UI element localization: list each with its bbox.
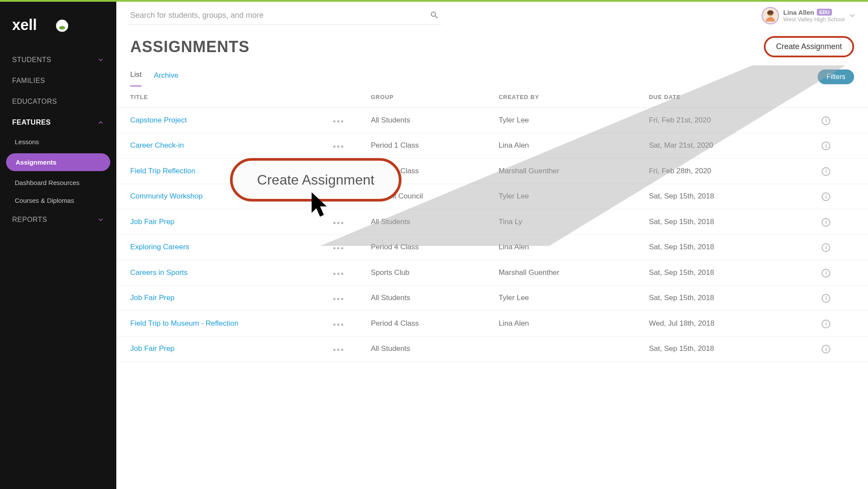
- cell-group: All Students: [357, 209, 485, 235]
- filters-button[interactable]: Filters: [818, 69, 854, 84]
- user-name: Lina Allen: [783, 9, 814, 16]
- sidebar-sub-lessons[interactable]: Lessons: [0, 133, 116, 151]
- table-row: Careers in SportsSports ClubMarshall Gue…: [116, 260, 868, 286]
- row-menu-icon[interactable]: [333, 120, 343, 122]
- cell-info: i: [808, 209, 868, 235]
- sidebar-item-students[interactable]: STUDENTS: [0, 50, 116, 70]
- cell-created-by: Tina Ly: [485, 209, 635, 235]
- table-row: Field Trip ReflectionPeriod 4 ClassMarsh…: [116, 159, 868, 184]
- info-icon[interactable]: i: [822, 116, 830, 125]
- assignment-link[interactable]: Field Trip to Museum - Reflection: [130, 319, 238, 327]
- cell-group: Period 4 Class: [357, 311, 485, 337]
- assignment-link[interactable]: Capstone Project: [130, 116, 187, 124]
- th-info: [808, 87, 868, 108]
- assignment-link[interactable]: Field Trip Reflection: [130, 167, 195, 175]
- topbar: Lina Allen EDU West Valley High School: [116, 2, 868, 25]
- cell-created-by: Tyler Lee: [485, 108, 635, 133]
- assignment-link[interactable]: Job Fair Prep: [130, 294, 174, 302]
- xello-logo-icon: xell: [12, 16, 73, 35]
- row-menu-icon[interactable]: [333, 247, 343, 249]
- row-menu-icon[interactable]: [333, 222, 343, 224]
- cell-title: Capstone Project: [116, 108, 319, 133]
- sidebar-item-label: REPORTS: [12, 216, 47, 224]
- info-icon[interactable]: i: [822, 192, 830, 201]
- row-menu-icon[interactable]: [333, 324, 343, 326]
- user-menu[interactable]: Lina Allen EDU West Valley High School: [762, 7, 856, 24]
- cell-info: i: [808, 336, 868, 362]
- sidebar-sub-assignments[interactable]: Assignments: [6, 153, 110, 171]
- sidebar-sub-courses-diplomas[interactable]: Courses & Diplomas: [0, 192, 116, 209]
- info-icon[interactable]: i: [822, 345, 830, 354]
- cell-group: Period 4 Class: [357, 235, 485, 260]
- cell-due-date: Fri, Feb 28th, 2020: [635, 159, 808, 184]
- cell-menu: [319, 285, 357, 311]
- sidebar-sub-dashboard-resources[interactable]: Dashboard Resources: [0, 174, 116, 192]
- assignments-table: TITLE GROUP CREATED BY DUE DATE Capstone…: [116, 87, 868, 362]
- avatar-icon: [763, 8, 778, 23]
- cell-info: i: [808, 108, 868, 133]
- cell-due-date: Sat, Mar 21st, 2020: [635, 133, 808, 159]
- cell-title: Job Fair Prep: [116, 209, 319, 235]
- sidebar-item-reports[interactable]: REPORTS: [0, 209, 116, 230]
- table-row: Exploring CareersPeriod 4 ClassLina Alen…: [116, 235, 868, 260]
- assignment-link[interactable]: Community Workshop: [130, 192, 203, 200]
- th-group: GROUP: [357, 87, 485, 108]
- chevron-up-icon: [97, 119, 104, 126]
- cell-due-date: Fri, Feb 21st, 2020: [635, 108, 808, 133]
- th-title: TITLE: [116, 87, 319, 108]
- info-icon[interactable]: i: [822, 142, 830, 150]
- cell-due-date: Sat, Sep 15th, 2018: [635, 209, 808, 235]
- table-row: Field Trip to Museum - ReflectionPeriod …: [116, 311, 868, 337]
- row-menu-icon[interactable]: [333, 145, 343, 148]
- sidebar-item-label: EDUCATORS: [12, 98, 57, 106]
- user-school: West Valley High School: [783, 16, 845, 23]
- sidebar-item-label: FAMILIES: [12, 77, 45, 85]
- info-icon[interactable]: i: [822, 218, 830, 227]
- assignment-link[interactable]: Exploring Careers: [130, 243, 189, 251]
- cell-due-date: Sat, Sep 15th, 2018: [635, 235, 808, 260]
- cell-info: i: [808, 235, 868, 260]
- search-field[interactable]: [128, 6, 441, 25]
- search-icon[interactable]: [430, 10, 439, 20]
- tabs-row: List Archive Filters: [116, 62, 868, 87]
- tab-archive[interactable]: Archive: [154, 68, 178, 86]
- row-menu-icon[interactable]: [333, 298, 343, 300]
- cell-menu: [319, 336, 357, 362]
- cell-group: Sports Club: [357, 260, 485, 286]
- tab-list[interactable]: List: [130, 67, 141, 87]
- cell-menu: [319, 260, 357, 286]
- info-icon[interactable]: i: [822, 320, 830, 328]
- svg-marker-5: [312, 192, 327, 217]
- cell-title: Career Check-in: [116, 133, 319, 159]
- cell-due-date: Wed, Jul 18th, 2018: [635, 311, 808, 337]
- cell-created-by: Tyler Lee: [485, 285, 635, 311]
- row-menu-icon[interactable]: [333, 349, 343, 351]
- sidebar-item-label: STUDENTS: [12, 56, 51, 64]
- row-menu-icon[interactable]: [333, 273, 343, 275]
- info-icon[interactable]: i: [822, 167, 830, 176]
- assignment-link[interactable]: Job Fair Prep: [130, 344, 174, 353]
- search-input[interactable]: [130, 11, 430, 20]
- cell-due-date: Sat, Sep 15th, 2018: [635, 336, 808, 362]
- cell-created-by: Marshall Guenther: [485, 260, 635, 286]
- create-assignment-button[interactable]: Create Assignment: [764, 36, 854, 57]
- info-icon[interactable]: i: [822, 243, 830, 252]
- page-header: ASSIGNMENTS Create Assignment: [116, 25, 868, 62]
- cell-group: All Students: [357, 285, 485, 311]
- table-row: Job Fair PrepAll StudentsTina LySat, Sep…: [116, 209, 868, 235]
- sidebar-item-families[interactable]: FAMILIES: [0, 70, 116, 91]
- cell-menu: [319, 235, 357, 260]
- cell-due-date: Sat, Sep 15th, 2018: [635, 285, 808, 311]
- info-icon[interactable]: i: [822, 269, 830, 278]
- assignment-link[interactable]: Job Fair Prep: [130, 218, 174, 226]
- cell-group: All Students: [357, 336, 485, 362]
- sidebar-item-educators[interactable]: EDUCATORS: [0, 91, 116, 112]
- info-icon[interactable]: i: [822, 294, 830, 303]
- sidebar-nav: STUDENTS FAMILIES EDUCATORS FEATURES Les…: [0, 50, 116, 230]
- cell-created-by: Marshall Guenther: [485, 159, 635, 184]
- assignment-link[interactable]: Career Check-in: [130, 141, 184, 149]
- cell-menu: [319, 108, 357, 133]
- assignment-link[interactable]: Careers in Sports: [130, 268, 187, 277]
- sidebar: xell STUDENTS FAMILIES EDUCATORS FEATURE…: [0, 2, 116, 489]
- sidebar-item-features[interactable]: FEATURES: [0, 112, 116, 133]
